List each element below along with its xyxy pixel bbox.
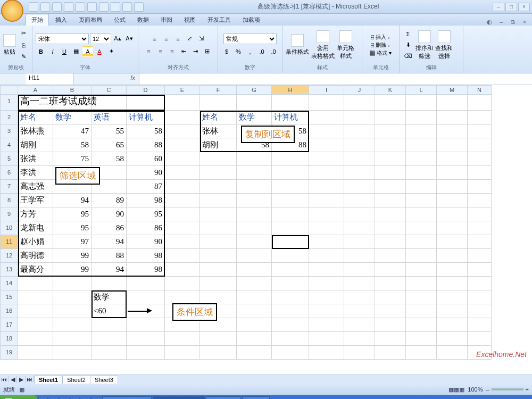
cell-B3[interactable]: 47	[53, 124, 92, 138]
cell-A4[interactable]: 胡刚	[18, 138, 53, 152]
cell-I14[interactable]	[309, 277, 344, 290]
cell-B18[interactable]	[53, 332, 92, 346]
cell-H18[interactable]	[272, 332, 309, 346]
cell-G14[interactable]	[237, 277, 272, 290]
cell-G1[interactable]	[237, 95, 272, 111]
cell-D8[interactable]: 98	[127, 194, 165, 207]
cell-L14[interactable]	[406, 277, 437, 290]
cell-B5[interactable]: 75	[53, 152, 92, 166]
underline-button[interactable]: U	[59, 46, 70, 57]
close-button[interactable]: ×	[518, 3, 530, 11]
cell-K12[interactable]	[375, 249, 406, 263]
cell-A13[interactable]: 最高分	[18, 263, 53, 277]
undo-icon[interactable]	[40, 2, 50, 12]
cell-K18[interactable]	[375, 332, 406, 346]
sheet-tab-Sheet2[interactable]: Sheet2	[62, 376, 90, 384]
qat-icon[interactable]	[111, 2, 120, 12]
cell-L15[interactable]	[406, 290, 437, 304]
cell-C2[interactable]: 英语	[92, 111, 127, 124]
row-header-9[interactable]: 9	[0, 207, 18, 221]
cell-B16[interactable]	[53, 304, 92, 318]
cell-H15[interactable]	[272, 290, 309, 304]
cell-N6[interactable]	[468, 166, 492, 180]
cell-L3[interactable]	[406, 124, 437, 138]
row-header-7[interactable]: 7	[0, 180, 18, 194]
cell-N8[interactable]	[468, 194, 492, 207]
cell-L17[interactable]	[406, 318, 437, 332]
cell-B12[interactable]: 99	[53, 249, 92, 263]
cell-K8[interactable]	[375, 194, 406, 207]
cell-G13[interactable]	[237, 263, 272, 277]
minimize-button[interactable]: –	[493, 3, 504, 11]
cell-N2[interactable]	[468, 111, 492, 124]
col-header-B[interactable]: B	[53, 85, 92, 95]
cell-N4[interactable]	[468, 138, 492, 152]
format-cells-button[interactable]: ▦ 格式 ▾	[370, 49, 392, 57]
align-mid-icon[interactable]: ≡	[161, 34, 172, 44]
cell-I17[interactable]	[309, 318, 344, 332]
cell-M14[interactable]	[437, 277, 468, 290]
cell-B8[interactable]: 94	[53, 194, 92, 207]
cell-D7[interactable]: 87	[127, 180, 165, 194]
taskbar-item[interactable]: 1 - 画图	[242, 396, 270, 399]
cell-L7[interactable]	[406, 180, 437, 194]
cell-E14[interactable]	[165, 277, 200, 290]
dec-decimal-icon[interactable]: .0	[268, 46, 279, 57]
col-header-L[interactable]: L	[406, 85, 437, 95]
insert-cells-button[interactable]: ⍇ 插入 ▾	[371, 34, 391, 41]
cell-G6[interactable]	[237, 166, 272, 180]
cell-E13[interactable]	[165, 263, 200, 277]
shrink-font-icon[interactable]: A▾	[124, 34, 135, 44]
name-box[interactable]: H11	[26, 73, 73, 85]
tab-审阅[interactable]: 审阅	[155, 14, 178, 26]
cell-F3[interactable]: 张林	[200, 124, 237, 138]
cell-J10[interactable]	[344, 221, 375, 235]
cell-F7[interactable]	[200, 180, 237, 194]
cell-E8[interactable]	[165, 194, 200, 207]
cell-F1[interactable]	[200, 95, 237, 111]
cell-K13[interactable]	[375, 263, 406, 277]
cell-F10[interactable]	[200, 221, 237, 235]
row-header-8[interactable]: 8	[0, 194, 18, 207]
cell-L16[interactable]	[406, 304, 437, 318]
qat-icon[interactable]	[99, 2, 109, 12]
cell-F8[interactable]	[200, 194, 237, 207]
cell-M1[interactable]	[437, 95, 468, 111]
cell-B4[interactable]: 58	[53, 138, 92, 152]
macro-icon[interactable]: ▦	[19, 386, 24, 393]
conditional-format-button[interactable]: 条件格式	[286, 34, 309, 56]
cell-A10[interactable]: 龙新电	[18, 221, 53, 235]
cell-B9[interactable]: 95	[53, 207, 92, 221]
cell-N7[interactable]	[468, 180, 492, 194]
view-break-icon[interactable]: ▦	[459, 386, 464, 393]
cell-A12[interactable]: 高明德	[18, 249, 53, 263]
cell-H13[interactable]	[272, 263, 309, 277]
cell-M11[interactable]	[437, 235, 468, 249]
cell-B17[interactable]	[53, 318, 92, 332]
cell-A5[interactable]: 张洪	[18, 152, 53, 166]
row-header-2[interactable]: 2	[0, 111, 18, 124]
cell-M10[interactable]	[437, 221, 468, 235]
fill-color-icon[interactable]: A	[82, 46, 93, 57]
cell-D6[interactable]: 90	[127, 166, 165, 180]
doc-close-icon[interactable]: ×	[520, 19, 529, 26]
cell-J4[interactable]	[344, 138, 375, 152]
cell-H8[interactable]	[272, 194, 309, 207]
cell-L10[interactable]	[406, 221, 437, 235]
redo-icon[interactable]	[52, 2, 62, 12]
cell-N15[interactable]	[468, 290, 492, 304]
cell-G10[interactable]	[237, 221, 272, 235]
cell-E19[interactable]	[165, 346, 200, 360]
cell-K3[interactable]	[375, 124, 406, 138]
cell-D15[interactable]	[127, 290, 165, 304]
cell-A9[interactable]: 方芳	[18, 207, 53, 221]
col-header-F[interactable]: F	[200, 85, 237, 95]
cell-A18[interactable]	[18, 332, 53, 346]
cell-A2[interactable]: 姓名	[18, 111, 53, 124]
cell-M6[interactable]	[437, 166, 468, 180]
sheet-tab-Sheet1[interactable]: Sheet1	[34, 376, 63, 384]
cell-E6[interactable]	[165, 166, 200, 180]
select-all-corner[interactable]	[0, 85, 18, 95]
cell-C19[interactable]	[92, 346, 127, 360]
cell-L2[interactable]	[406, 111, 437, 124]
